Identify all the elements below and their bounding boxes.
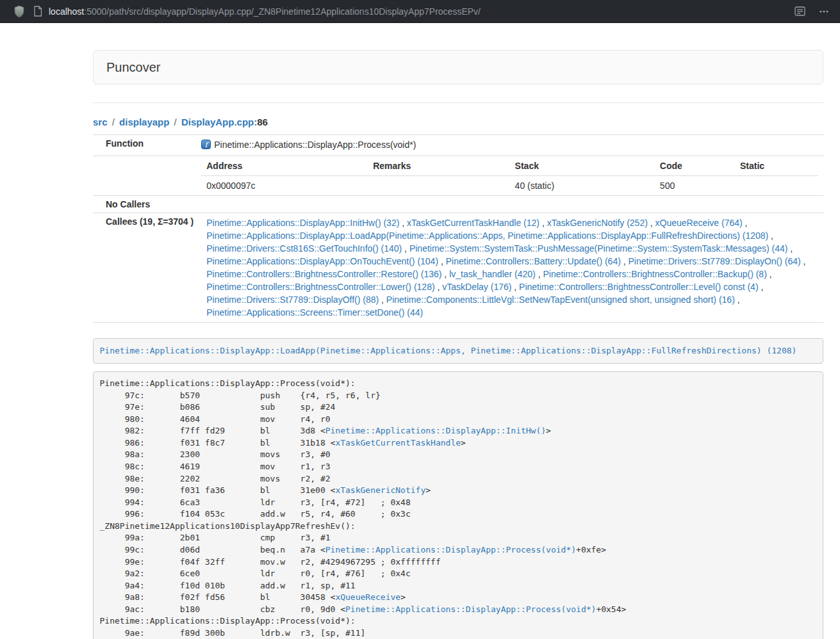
overflow-menu-icon[interactable] [818,6,830,17]
stats-header-stack: Stack [510,156,655,176]
stats-table: Address Remarks Stack Code Static 0x0000… [201,156,818,195]
callee-separator: , [379,295,386,305]
stats-header-code: Code [655,156,735,176]
page-container: Puncover src / displayapp / DisplayApp.c… [93,50,823,639]
callee-link[interactable]: Pinetime::Controllers::BrightnessControl… [543,269,766,279]
callee-link[interactable]: xTaskGenericNotify (252) [547,218,648,228]
callee-separator: , [399,218,407,228]
no-callers-label: No Callers [93,196,196,213]
callee-link[interactable]: Pinetime::Drivers::St7789::DisplayOff() … [206,295,379,305]
function-row: Function f Pinetime::Application [93,135,823,156]
callee-link[interactable]: Pinetime::Controllers::BrightnessControl… [206,269,441,279]
callee-link[interactable]: Pinetime::Applications::Screens::Timer::… [206,307,423,318]
callee-separator: , [435,282,443,292]
highlighted-symbol-link[interactable]: Pinetime::Applications::DisplayApp::Load… [100,346,797,355]
url-host: localhost [49,6,84,17]
stats-header-static: Static [735,156,818,176]
asm-symbol-link[interactable]: Pinetime::Applications::DisplayApp::Init… [325,426,546,435]
stats-row: Address Remarks Stack Code Static 0x0000… [93,156,823,196]
callee-link[interactable]: Pinetime::Drivers::St7789::DisplayOn() (… [629,256,801,266]
callee-link[interactable]: Pinetime::System::SystemTask::PushMessag… [409,243,788,254]
stats-value-row: 0x0000097c 40 (static) 500 [201,176,818,196]
callee-separator: , [511,282,519,292]
stats-value-stack: 40 (static) [510,176,655,196]
callee-separator: , [743,218,748,228]
asm-symbol-link[interactable]: xTaskGenericNotify [335,485,425,495]
breadcrumb: src / displayapp / DisplayApp.cpp:86 [93,117,823,127]
browser-chrome: localhost:5000/path/src/displayapp/Displ… [0,0,840,23]
callee-separator: , [539,218,547,228]
callee-link[interactable]: Pinetime::Drivers::Cst816S::GetTouchInfo… [206,243,402,254]
highlighted-symbol-box: Pinetime::Applications::DisplayApp::Load… [93,338,823,364]
callee-link[interactable]: Pinetime::Components::LittleVgl::SetNewT… [386,295,735,305]
url-path: :5000/path/src/displayapp/DisplayApp.cpp… [84,6,481,17]
url-bar[interactable]: localhost:5000/path/src/displayapp/Displ… [49,6,795,17]
function-row-label: Function [93,135,196,156]
symbol-table: Function f Pinetime::Application [93,134,823,323]
page-icon [33,6,42,17]
callee-link[interactable]: xTaskGetCurrentTaskHandle (12) [407,218,539,228]
function-name: Pinetime::Applications::DisplayApp::Proc… [214,140,416,150]
callee-separator: , [767,269,772,279]
breadcrumb-link[interactable]: DisplayApp.cpp: [181,117,257,127]
stats-header-remarks: Remarks [368,156,509,176]
breadcrumb-separator: / [169,117,181,127]
stats-value-code: 500 [655,176,735,196]
breadcrumb-line-number: 86 [257,117,268,127]
callee-link[interactable]: Pinetime::Applications::DisplayApp::Init… [206,218,399,228]
callee-link[interactable]: Pinetime::Controllers::BrightnessControl… [206,282,434,292]
callee-link[interactable]: vTaskDelay (176) [442,282,511,292]
callee-link[interactable]: lv_task_handler (420) [449,269,536,279]
breadcrumb-separator: / [108,117,120,127]
page-header: Puncover [93,50,823,85]
callee-separator: , [441,269,449,279]
asm-symbol-link[interactable]: xTaskGetCurrentTaskHandle [335,438,461,448]
callee-separator: , [438,256,446,266]
stats-value-address: 0x0000097c [201,176,368,196]
callee-link[interactable]: xQueueReceive (764) [655,218,743,228]
callee-separator: , [801,256,806,266]
asm-symbol-link[interactable]: xQueueReceive [335,592,400,602]
callee-separator: , [787,243,793,254]
callee-link[interactable]: Pinetime::Controllers::BrightnessControl… [519,282,758,292]
callee-separator: , [536,269,543,279]
callee-separator: , [768,231,773,241]
shield-icon[interactable] [13,5,25,18]
no-callers-row: No Callers [93,196,823,213]
function-icon: f [201,140,211,152]
callee-separator: , [621,256,629,266]
asm-symbol-link[interactable]: Pinetime::Applications::DisplayApp::Proc… [325,545,576,554]
page-title: Puncover [106,59,810,76]
callee-separator: , [648,218,655,228]
callee-separator: , [759,282,764,292]
breadcrumb-link[interactable]: displayapp [119,117,169,127]
disassembly-code: Pinetime::Applications::DisplayApp::Proc… [93,371,823,639]
callees-label: Callees (19, Σ=3704 ) [93,213,196,323]
callees-list: Pinetime::Applications::DisplayApp::Init… [196,213,823,323]
asm-symbol-link[interactable]: Pinetime::Applications::DisplayApp::Proc… [345,604,596,614]
callee-link[interactable]: Pinetime::Controllers::Battery::Update()… [446,256,621,266]
stats-value-static [735,176,818,196]
callee-link[interactable]: Pinetime::Applications::DisplayApp::Load… [206,231,768,241]
breadcrumb-link[interactable]: src [93,117,108,127]
reader-mode-icon[interactable] [795,6,805,16]
stats-value-remarks [368,176,509,196]
divider [93,102,823,103]
callee-separator: , [735,295,740,305]
callee-separator: , [402,243,409,254]
callee-link[interactable]: Pinetime::Applications::DisplayApp::OnTo… [206,256,438,266]
callees-row: Callees (19, Σ=3704 ) Pinetime::Applicat… [93,213,823,323]
stats-header-address: Address [201,156,368,176]
